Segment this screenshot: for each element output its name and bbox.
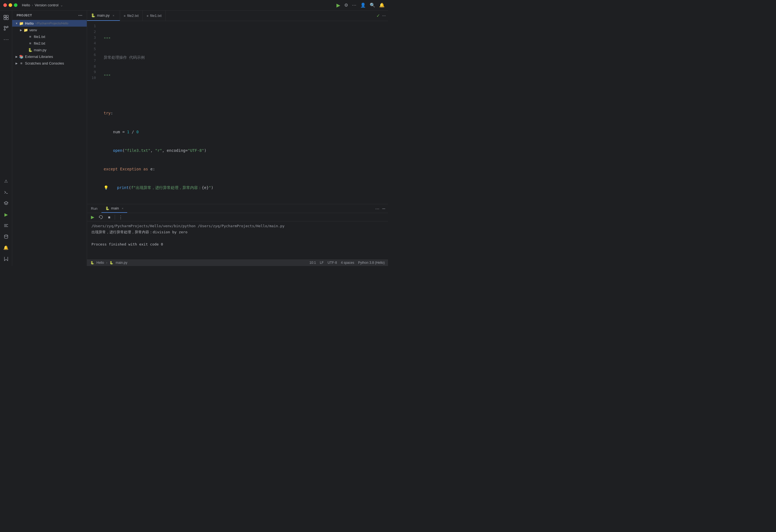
search-button[interactable]: 🔍 <box>370 2 375 8</box>
status-python[interactable]: Python 3.8 (Hello) <box>358 261 385 265</box>
output-line-1: 出现异常，进行异常处理，异常内容：division by zero <box>91 229 384 235</box>
minimize-button[interactable] <box>9 3 12 7</box>
bottom-panel: Run 🐍 main × ⋯ ─ ▶ <box>87 204 388 259</box>
rerun-restart-button[interactable] <box>98 214 104 221</box>
chevron-right-icon2: ▶ <box>14 55 19 58</box>
tab-main-run-close[interactable]: × <box>122 207 123 210</box>
output-cmd-line: /Users/zyq/PycharmProjects/Hello/venv/bi… <box>91 223 384 229</box>
code-content[interactable]: """ 异常处理操作 代码示例 """ try: num = 1 / 0 ope… <box>100 21 388 204</box>
code-line-5: try: <box>104 110 385 116</box>
status-project-icon: 🐍 <box>90 261 94 265</box>
tab-file1[interactable]: ≡ file1.txt <box>143 11 166 21</box>
bottom-tab-right: ⋯ ─ <box>375 204 388 213</box>
tree-item-file1[interactable]: ≡ file1.txt <box>12 33 87 40</box>
tree-item-venv[interactable]: ▶ 📁 venv <box>12 27 87 33</box>
tab-bar-more-icon[interactable]: ⋯ <box>382 14 386 18</box>
bookmark-icon[interactable] <box>1 254 11 264</box>
bottom-toolbar: ▶ ■ ⋮ <box>87 213 388 221</box>
debug-button[interactable]: ⚙ <box>344 2 348 8</box>
more-options-button[interactable]: ⋯ <box>352 2 356 8</box>
tab-main-run-icon: 🐍 <box>105 207 110 210</box>
version-control-label[interactable]: Version control <box>35 3 58 7</box>
database-icon[interactable] <box>1 232 11 242</box>
tab-mainpy-label: main.py <box>97 13 110 17</box>
code-line-8: except Exception as e: <box>104 166 385 172</box>
tree-item-label-file2: file2.txt <box>34 41 45 45</box>
status-project[interactable]: Hello <box>96 261 104 265</box>
notifications-button[interactable]: 🔔 <box>379 2 385 8</box>
tab-run-label: Run <box>91 207 98 211</box>
project-name-label[interactable]: Hello <box>22 3 30 7</box>
terminal-icon[interactable] <box>1 187 11 197</box>
tab-run[interactable]: Run <box>87 204 102 213</box>
tree-item-mainpy[interactable]: 🐍 main.py <box>12 46 87 53</box>
code-line-6: num = 1 / 0 <box>104 129 385 135</box>
run-button[interactable]: ▶ <box>337 2 340 8</box>
status-file-icon: 🐍 <box>110 261 113 265</box>
tab-close-mainpy[interactable]: × <box>112 13 116 18</box>
status-bar-right: 10:1 LF UTF-8 4 spaces Python 3.8 (Hello… <box>310 261 385 265</box>
problems-icon[interactable]: ⚠ <box>1 176 11 186</box>
status-bar-left: 🐍 Hello › 🐍 main.py <box>90 261 127 265</box>
tree-item-file2[interactable]: ≡ file2.txt <box>12 40 87 46</box>
sidebar-tree: ▼ 📁 Hello ~/PycharmProjects/Hello ▶ 📁 ve… <box>12 20 87 266</box>
tree-item-label-scratches: Scratches and Consoles <box>25 61 64 65</box>
status-indent[interactable]: 4 spaces <box>341 261 354 265</box>
code-line-10 <box>104 203 385 204</box>
sidebar: Project ⋯ ▼ 📁 Hello ~/PycharmProjects/He… <box>12 11 87 266</box>
status-encoding[interactable]: UTF-8 <box>328 261 337 265</box>
tree-item-path-hello: ~/PycharmProjects/Hello <box>35 22 68 25</box>
more-options-panel-icon[interactable]: ⋯ <box>375 206 379 211</box>
close-button[interactable] <box>3 3 7 7</box>
svg-point-11 <box>4 235 8 236</box>
minimize-panel-icon[interactable]: ─ <box>382 206 385 211</box>
alert-icon[interactable]: 🔔 <box>1 243 11 253</box>
status-line-ending[interactable]: LF <box>320 261 324 265</box>
folder-icon: 📁 <box>23 28 28 32</box>
stop-button[interactable]: ■ <box>106 214 113 221</box>
layers-icon[interactable] <box>1 198 11 208</box>
bottom-output[interactable]: /Users/zyq/PycharmProjects/Hello/venv/bi… <box>87 221 388 259</box>
code-line-1: """ <box>104 36 385 42</box>
status-file[interactable]: main.py <box>116 261 127 265</box>
settings-button[interactable]: ⋮ <box>117 214 124 221</box>
project-explorer-icon[interactable] <box>1 12 11 22</box>
tree-item-external[interactable]: ▶ 📚 External Libraries <box>12 53 87 60</box>
scratches-icon: ≡ <box>19 61 24 65</box>
chevron-down-icon: ▼ <box>14 22 19 25</box>
tab-main-run[interactable]: 🐍 main × <box>102 204 128 213</box>
indent-icon[interactable] <box>1 221 11 231</box>
run-icon[interactable]: ▶ <box>1 210 11 220</box>
external-lib-icon: 📚 <box>19 55 24 59</box>
rerun-button[interactable]: ▶ <box>89 214 96 221</box>
sidebar-menu-icon[interactable]: ⋯ <box>78 13 82 18</box>
code-line-4 <box>104 91 385 97</box>
titlebar-right: ▶ ⚙ ⋯ 👤 🔍 🔔 <box>337 2 385 8</box>
tab-file2-label: file2.txt <box>127 14 139 18</box>
tab-py-icon: 🐍 <box>91 13 95 17</box>
tree-item-hello[interactable]: ▼ 📁 Hello ~/PycharmProjects/Hello <box>12 20 87 27</box>
profile-button[interactable]: 👤 <box>360 2 366 8</box>
output-blank <box>91 235 384 241</box>
line-numbers: 1 2 3 4 5 6 7 8 9 10 <box>87 21 100 204</box>
tab-bar-right: ✓ ⋯ <box>376 11 388 21</box>
chevron-right-icon: ▶ <box>19 29 23 32</box>
tab-file2[interactable]: ≡ file2.txt <box>120 11 143 21</box>
tree-item-scratches[interactable]: ▶ ≡ Scratches and Consoles <box>12 60 87 66</box>
tab-main-run-label: main <box>111 206 119 210</box>
svg-point-6 <box>4 29 5 30</box>
status-cursor[interactable]: 10:1 <box>310 261 316 265</box>
checkmark-icon: ✓ <box>376 13 380 18</box>
tree-item-label-venv: venv <box>29 28 37 32</box>
svg-point-4 <box>4 26 5 28</box>
activity-bar: ⋯ ⚠ ▶ <box>0 11 12 266</box>
maximize-button[interactable] <box>14 3 17 7</box>
hint-bulb-icon[interactable]: 💡 <box>104 185 109 191</box>
tab-mainpy[interactable]: 🐍 main.py × <box>87 11 120 21</box>
git-icon[interactable] <box>1 23 11 33</box>
more-tools-icon[interactable]: ⋯ <box>1 34 11 44</box>
activity-bar-bottom: ⚠ ▶ <box>1 176 11 266</box>
code-editor[interactable]: 1 2 3 4 5 6 7 8 9 10 """ 异常处理操作 代码示例 """… <box>87 21 388 204</box>
svg-rect-0 <box>4 15 6 17</box>
traffic-lights <box>3 3 17 7</box>
